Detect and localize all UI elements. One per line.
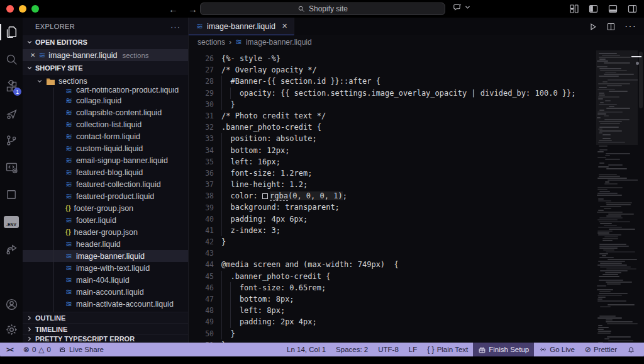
language-mode[interactable]: { } Plain Text [422,343,473,356]
folder-item-sections[interactable]: sections [23,75,188,88]
file-item[interactable]: ≋image-with-text.liquid [23,262,188,274]
sidebar-section-outline[interactable]: OUTLINE [23,312,188,323]
file-item[interactable]: { }footer-group.json [23,202,188,214]
run-debug-icon[interactable] [0,105,23,122]
split-editor-button[interactable] [606,22,616,31]
navigate-back-button[interactable]: ← [169,4,178,14]
run-file-button[interactable] [588,22,597,31]
code-line[interactable]: 37 line-height: 1.2; [189,179,595,190]
search-view-icon[interactable] [0,51,23,67]
code-line[interactable]: 46 font-size: 0.65rem; [189,282,595,293]
scrollbar-thumb[interactable] [639,52,643,108]
file-item[interactable]: ≋featured-collection.liquid [23,178,188,190]
file-item[interactable]: ≋main-account.liquid [23,286,188,298]
notifications-bell-button[interactable] [622,343,640,356]
open-editor-item[interactable]: ✕ ≋ image-banner.liquid sections [23,49,188,61]
finish-setup-button[interactable]: Finish Setup [473,343,534,356]
code-line[interactable]: 35 left: 16px; [189,156,595,168]
code-line[interactable]: 49 padding: 2px 4px; [189,316,595,327]
code-line[interactable]: 50 } [189,328,595,339]
code-line[interactable]: 43 [189,247,595,259]
file-item[interactable]: ≋collection-list.liquid [23,118,188,130]
minimap[interactable] [596,53,638,343]
prettier-status[interactable]: ⊘ Prettier [580,343,622,356]
file-item[interactable]: ≋cart-notification-product.liquid [23,88,188,94]
open-editors-header[interactable]: OPEN EDITORS [23,35,188,49]
source-control-icon[interactable] [0,132,23,149]
code-line[interactable]: 36 font-size: 1.2rem; [189,168,595,179]
live-share-button[interactable]: Live Share [55,343,108,356]
code-line[interactable]: 26{%- style -%} [189,53,595,64]
color-swatch[interactable] [262,193,268,199]
code-line[interactable]: 40 padding: 4px 6px; [189,213,595,225]
file-item[interactable]: ≋featured-blog.liquid [23,166,188,178]
close-editor-icon[interactable]: ✕ [30,52,35,59]
breadcrumb-folder[interactable]: sections [197,38,225,47]
file-item[interactable]: ≋main-404.liquid [23,274,188,286]
toggle-secondary-sidebar-button[interactable] [627,4,638,14]
cursor-position[interactable]: Ln 14, Col 1 [282,343,331,356]
code-line[interactable]: 29 opacity: {{ section.settings.image_ov… [189,88,595,99]
project-section-header[interactable]: SHOPIFY SITE [23,61,188,75]
code-line[interactable]: 27/* Overlay opacity */ [189,64,595,76]
file-item[interactable]: ≋image-banner.liquid [23,250,188,262]
remote-indicator[interactable]: >< [0,343,19,356]
file-item[interactable]: ≋featured-product.liquid [23,190,188,202]
explorer-icon[interactable] [0,24,23,40]
file-item[interactable]: ≋email-signup-banner.liquid [23,154,188,166]
file-item[interactable]: ≋main-addresses.liquid [23,310,188,312]
breadcrumb[interactable]: sections › ≋ image-banner.liquid [189,35,644,49]
code-line[interactable]: 44@media screen and (max-width: 749px) { [189,259,595,270]
explorer-more-actions-button[interactable]: ··· [170,22,180,31]
file-item[interactable]: { }header-group.json [23,226,188,238]
dotenv-icon[interactable]: .ENV [0,213,23,230]
file-item[interactable]: ≋collapsible-content.liquid [23,106,188,118]
file-item[interactable]: ≋header.liquid [23,238,188,250]
file-item[interactable]: ≋main-activate-account.liquid [23,298,188,310]
settings-gear-icon[interactable] [0,321,23,338]
code-line[interactable]: 34 bottom: 12px; [189,145,595,156]
file-item[interactable]: ≋custom-liquid.liquid [23,142,188,154]
file-item[interactable]: ≋contact-form.liquid [23,130,188,142]
encoding-status[interactable]: UTF-8 [373,343,404,356]
accounts-icon[interactable] [0,296,23,312]
code-line[interactable]: 33 position: absolute; [189,133,595,144]
editor-scrollbar[interactable] [638,49,644,343]
code-line[interactable]: 47 bottom: 8px; [189,293,595,305]
tab-image-banner[interactable]: ≋ image-banner.liquid ✕ [189,18,294,35]
copilot-chat-button[interactable] [453,3,470,12]
code-line[interactable]: 38 color: rgba(0, 0, 0, 1); [189,190,595,202]
code-line[interactable]: 30 } [189,99,595,110]
remote-explorer-icon[interactable] [0,159,23,176]
file-item[interactable]: ≋footer.liquid [23,214,188,226]
zoom-window-button[interactable] [31,5,39,13]
code-line[interactable]: 45 .banner_photo-credit { [189,271,595,282]
code-line[interactable]: 32.banner_photo-credit { [189,122,595,133]
sidebar-section-timeline[interactable]: TIMELINE [23,323,188,334]
indentation-status[interactable]: Spaces: 2 [331,343,373,356]
go-live-button[interactable]: Go Live [534,343,580,356]
share-extension-icon[interactable] [0,241,23,257]
toggle-primary-sidebar-button[interactable] [588,4,599,14]
editor-more-actions-button[interactable]: ··· [625,21,636,32]
close-tab-icon[interactable]: ✕ [282,22,287,30]
command-center-search[interactable]: Shopify site [200,3,445,15]
code-line[interactable]: 51} [189,339,595,343]
minimize-window-button[interactable] [19,5,26,13]
code-line[interactable]: 48 left: 8px; [189,305,595,316]
breadcrumb-file[interactable]: image-banner.liquid [246,38,312,47]
customize-layout-button[interactable] [569,4,579,14]
sidebar-section-pretty-typescript-error[interactable]: PRETTY TYPESCRIPT ERROR [23,334,188,343]
eol-status[interactable]: LF [404,343,422,356]
navigate-forward-button[interactable]: → [188,4,197,14]
code-line[interactable]: 39 background: transparent; [189,202,595,213]
square-outline-icon[interactable] [0,186,23,203]
code-line[interactable]: 31/* Photo credit text */ [189,110,595,122]
code-editor[interactable]: 26{%- style -%}27/* Overlay opacity */28… [189,49,644,343]
code-line[interactable]: 28 #Banner-{{ section.id }}::after { [189,76,595,87]
toggle-panel-button[interactable] [608,4,618,14]
code-line[interactable]: 41 z-index: 3; [189,225,595,236]
problems-status[interactable]: ⊗ 0 △ 0 [19,343,55,356]
extensions-icon[interactable]: 1 [0,78,23,94]
close-window-button[interactable] [6,5,14,13]
